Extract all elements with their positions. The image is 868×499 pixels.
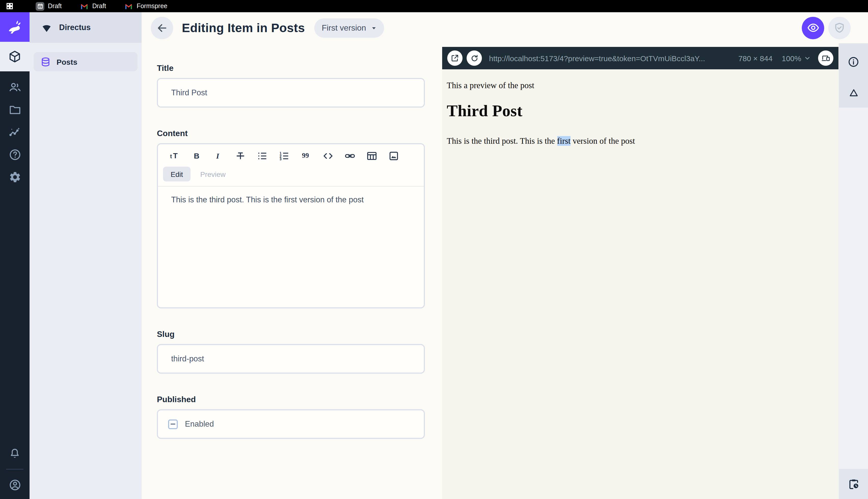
slug-input[interactable] — [157, 344, 425, 374]
main-area: Editing Item in Posts First version T — [142, 12, 868, 499]
field-slug: Slug — [157, 330, 425, 374]
bulleted-list-button[interactable] — [257, 150, 268, 161]
project-header[interactable]: Directus — [29, 12, 142, 43]
svg-text:B: B — [194, 151, 199, 160]
version-label: First version — [322, 23, 366, 32]
browser-tab-formspree[interactable]: Formspree — [124, 2, 167, 10]
open-in-new-button[interactable] — [447, 50, 463, 66]
eye-icon — [807, 21, 819, 34]
page-title: Editing Item in Posts — [182, 21, 305, 35]
field-published: Published Enabled — [157, 395, 425, 439]
heading-button[interactable]: tT — [169, 150, 180, 161]
numbered-list-button[interactable]: 123 — [279, 150, 290, 161]
calendar-icon: 31 — [36, 2, 44, 10]
back-button[interactable] — [151, 16, 173, 39]
responsive-mode-button[interactable] — [818, 50, 833, 66]
folder-icon — [9, 103, 21, 116]
bell-icon — [9, 448, 21, 460]
version-selector[interactable]: First version — [314, 18, 384, 37]
field-label: Slug — [157, 330, 425, 339]
database-icon — [40, 56, 51, 67]
module-insights[interactable] — [0, 121, 29, 143]
preview-intro-text: This a preview of the post — [447, 81, 833, 91]
notifications-button[interactable] — [0, 442, 29, 465]
svg-text:T: T — [173, 151, 178, 160]
promote-version-button[interactable] — [828, 16, 851, 39]
main-body: Title Content tT B I 123 — [142, 43, 868, 499]
right-sidebar — [839, 43, 868, 499]
directus-logo[interactable] — [0, 12, 29, 42]
link-button[interactable] — [344, 150, 355, 161]
preview-iframe[interactable]: This a preview of the post Third Post Th… — [442, 69, 839, 499]
preview-url-bar: http://localhost:5173/4?preview=true&tok… — [442, 47, 839, 69]
table-button[interactable] — [366, 150, 377, 161]
arrow-left-icon — [156, 22, 168, 34]
content-textarea[interactable]: This is the third post. This is the firs… — [158, 186, 424, 307]
revisions-section-button[interactable] — [842, 82, 865, 104]
delta-triangle-icon — [848, 87, 859, 98]
code-button[interactable] — [323, 150, 334, 161]
module-help[interactable] — [0, 143, 29, 166]
strikethrough-button[interactable] — [235, 150, 246, 161]
item-edit-form: Title Content tT B I 123 — [142, 43, 442, 499]
devices-icon — [821, 53, 830, 63]
module-files[interactable] — [0, 98, 29, 121]
project-logo-icon — [41, 22, 52, 33]
tab-edit[interactable]: Edit — [163, 167, 190, 181]
info-icon — [847, 56, 859, 68]
users-icon — [9, 81, 21, 94]
sidebar-empty-area — [839, 108, 868, 469]
browser-tab-draft-gmail[interactable]: Draft — [80, 2, 106, 10]
title-input[interactable] — [157, 78, 425, 108]
module-content[interactable] — [0, 42, 29, 71]
highlighted-text: first — [557, 136, 570, 146]
sidebar-item-posts[interactable]: Posts — [34, 52, 138, 71]
bold-button[interactable]: B — [191, 150, 202, 161]
live-preview-panel: http://localhost:5173/4?preview=true&tok… — [442, 43, 839, 499]
browser-tab-draft-calendar[interactable]: 31 Draft — [36, 2, 62, 10]
chevron-down-icon — [804, 54, 811, 62]
module-settings[interactable] — [0, 166, 29, 188]
tab-preview[interactable]: Preview — [192, 167, 233, 181]
published-toggle[interactable]: Enabled — [157, 409, 425, 439]
editor-tabs: Edit Preview — [158, 163, 424, 186]
caret-down-icon — [370, 25, 377, 31]
paragraph-text: version of the post — [570, 136, 635, 146]
field-content: Content tT B I 123 99 — [157, 129, 425, 308]
user-avatar-button[interactable] — [0, 474, 29, 496]
tab-grid-icon[interactable] — [6, 2, 13, 10]
sidebar-item-label: Posts — [56, 57, 77, 66]
zoom-selector[interactable]: 100% — [782, 54, 811, 62]
field-title: Title — [157, 64, 425, 108]
field-label: Content — [157, 129, 425, 138]
live-preview-toggle-button[interactable] — [802, 16, 824, 39]
sidebar-footer — [839, 469, 868, 499]
gmail-icon — [124, 2, 133, 10]
svg-text:t: t — [170, 153, 172, 160]
checkbox-indeterminate-icon[interactable] — [168, 419, 178, 429]
screen: 31 Draft Draft Formspree — [0, 0, 868, 499]
rabbit-logo-icon — [7, 19, 23, 35]
paragraph-text: This is the third post. This is the — [447, 136, 557, 146]
clipboard-clock-icon — [847, 478, 859, 490]
insights-icon — [9, 126, 21, 138]
module-bar-divider — [6, 469, 23, 470]
refresh-button[interactable] — [467, 50, 482, 66]
module-users[interactable] — [0, 76, 29, 98]
preview-paragraph: This is the third post. This is the firs… — [447, 136, 833, 146]
sidebar-sections — [839, 43, 868, 108]
browser-tab-label: Draft — [92, 2, 106, 10]
preview-url[interactable]: http://localhost:5173/4?preview=true&tok… — [489, 54, 729, 62]
blockquote-button[interactable]: 99 — [301, 150, 312, 161]
browser-tab-label: Formspree — [137, 2, 167, 10]
image-button[interactable] — [388, 150, 399, 161]
gear-icon — [9, 170, 21, 183]
italic-button[interactable]: I — [213, 150, 224, 161]
information-section-button[interactable] — [842, 50, 865, 73]
account-icon — [9, 478, 21, 491]
nav-sidebar: Directus Posts — [29, 12, 142, 499]
field-label: Published — [157, 395, 425, 404]
pending-actions-button[interactable] — [842, 473, 865, 495]
preview-heading: Third Post — [447, 101, 833, 120]
editor-toolbar: tT B I 123 99 — [158, 144, 424, 163]
